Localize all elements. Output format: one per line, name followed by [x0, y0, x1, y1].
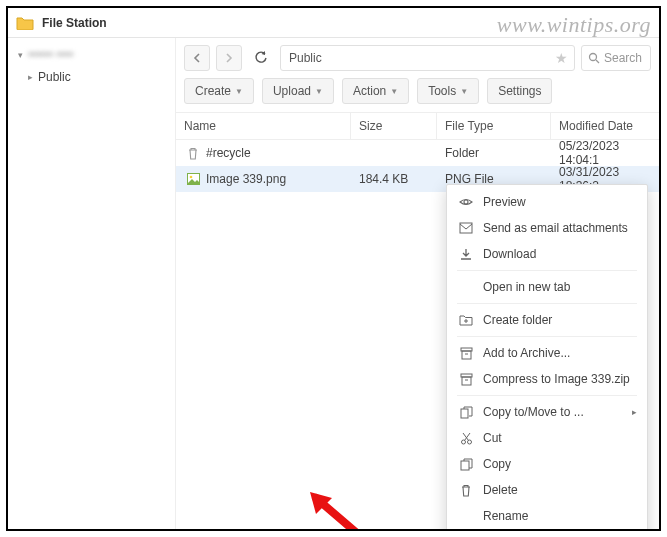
menu-item-label: Preview [483, 195, 526, 209]
svg-rect-15 [461, 461, 469, 470]
cell-date: 05/23/2023 14:04:1 [551, 139, 659, 167]
menu-item-add-to-archive[interactable]: Add to Archive... [447, 340, 647, 366]
chevron-down-icon: ▼ [390, 87, 398, 96]
menu-item-copy[interactable]: Copy [447, 451, 647, 477]
caret-right-icon: ▸ [28, 72, 38, 82]
col-header-name[interactable]: Name [176, 113, 351, 139]
menu-item-send-as-email-attachments[interactable]: Send as email attachments [447, 215, 647, 241]
refresh-icon [254, 51, 268, 65]
menu-item-label: Cut [483, 431, 502, 445]
svg-point-0 [590, 54, 597, 61]
sidebar-item-label: •••••• •••• [28, 48, 73, 62]
forward-button[interactable] [216, 45, 242, 71]
menu-item-label: Copy [483, 457, 511, 471]
sidebar: ▾ •••••• •••• ▸ Public [8, 38, 176, 529]
cell-type: Folder [437, 146, 551, 160]
mail-icon [459, 222, 473, 234]
create-button[interactable]: Create▼ [184, 78, 254, 104]
menu-item-label: Create folder [483, 313, 552, 327]
menu-item-create-folder[interactable]: Create folder [447, 307, 647, 333]
context-menu: PreviewSend as email attachmentsDownload… [446, 184, 648, 531]
star-icon[interactable]: ★ [555, 50, 568, 66]
svg-point-3 [189, 176, 192, 179]
menu-item-open-in-new-tab[interactable]: Open in new tab [447, 274, 647, 300]
search-input[interactable]: Search [581, 45, 651, 71]
window-title: File Station [42, 16, 107, 30]
grid-header: Name Size File Type Modified Date [176, 112, 659, 140]
trash-icon [186, 146, 200, 160]
folder-plus-icon [459, 314, 473, 326]
upload-button[interactable]: Upload▼ [262, 78, 334, 104]
menu-item-label: Download [483, 247, 536, 261]
menu-item-copy-to-move-to[interactable]: Copy to/Move to ...▸ [447, 399, 647, 425]
download-icon [459, 248, 473, 261]
path-input[interactable]: Public ★ [280, 45, 575, 71]
menu-separator [457, 395, 637, 396]
back-button[interactable] [184, 45, 210, 71]
archive-icon [459, 347, 473, 360]
path-text: Public [289, 51, 322, 65]
chevron-right-icon: ▸ [632, 407, 637, 417]
search-placeholder: Search [604, 51, 642, 65]
menu-item-label: Delete [483, 483, 518, 497]
menu-item-download[interactable]: Download [447, 241, 647, 267]
svg-rect-5 [460, 223, 472, 233]
chevron-down-icon: ▼ [460, 87, 468, 96]
caret-down-icon: ▾ [18, 50, 28, 60]
archive-icon [459, 373, 473, 386]
menu-item-delete[interactable]: Delete [447, 477, 647, 503]
menu-item-label: Open in new tab [483, 280, 570, 294]
titlebar: File Station [8, 8, 659, 38]
menu-item-label: Compress to Image 339.zip [483, 372, 630, 386]
svg-rect-12 [461, 409, 468, 418]
menu-item-preview[interactable]: Preview [447, 189, 647, 215]
svg-rect-7 [462, 351, 471, 359]
action-toolbar: Create▼ Upload▼ Action▼ Tools▼ Settings [176, 78, 659, 112]
sidebar-item-public[interactable]: ▸ Public [12, 66, 171, 88]
chevron-down-icon: ▼ [315, 87, 323, 96]
search-icon [588, 52, 600, 64]
menu-separator [457, 336, 637, 337]
svg-rect-10 [462, 377, 471, 385]
chevron-right-icon [225, 53, 233, 63]
menu-item-cut[interactable]: Cut [447, 425, 647, 451]
sidebar-item-label: Public [38, 70, 71, 84]
col-header-type[interactable]: File Type [437, 113, 551, 139]
menu-item-label: Send as email attachments [483, 221, 628, 235]
sidebar-item-root[interactable]: ▾ •••••• •••• [12, 44, 171, 66]
menu-separator [457, 270, 637, 271]
settings-button[interactable]: Settings [487, 78, 552, 104]
table-row[interactable]: #recycle Folder 05/23/2023 14:04:1 [176, 140, 659, 166]
copy-icon [459, 458, 473, 471]
menu-item-label: Add to Archive... [483, 346, 570, 360]
chevron-down-icon: ▼ [235, 87, 243, 96]
cell-size: 184.4 KB [351, 172, 437, 186]
eye-icon [459, 195, 473, 209]
path-toolbar: Public ★ Search [176, 38, 659, 78]
refresh-button[interactable] [248, 45, 274, 71]
cell-name: Image 339.png [206, 172, 286, 186]
menu-item-rename[interactable]: Rename [447, 503, 647, 529]
col-header-size[interactable]: Size [351, 113, 437, 139]
tools-button[interactable]: Tools▼ [417, 78, 479, 104]
cell-name: #recycle [206, 146, 251, 160]
folder-icon [16, 16, 34, 30]
svg-line-1 [596, 60, 599, 63]
menu-separator [457, 303, 637, 304]
delete-icon [459, 484, 473, 497]
chevron-left-icon [193, 53, 201, 63]
menu-item-label: Rename [483, 509, 528, 523]
menu-item-label: Copy to/Move to ... [483, 405, 584, 419]
copy-move-icon [459, 406, 473, 419]
svg-point-4 [464, 200, 468, 204]
menu-item-compress-to-image-339-zip[interactable]: Compress to Image 339.zip [447, 366, 647, 392]
col-header-date[interactable]: Modified Date [551, 113, 659, 139]
action-button[interactable]: Action▼ [342, 78, 409, 104]
image-icon [186, 172, 200, 186]
cut-icon [459, 432, 473, 445]
